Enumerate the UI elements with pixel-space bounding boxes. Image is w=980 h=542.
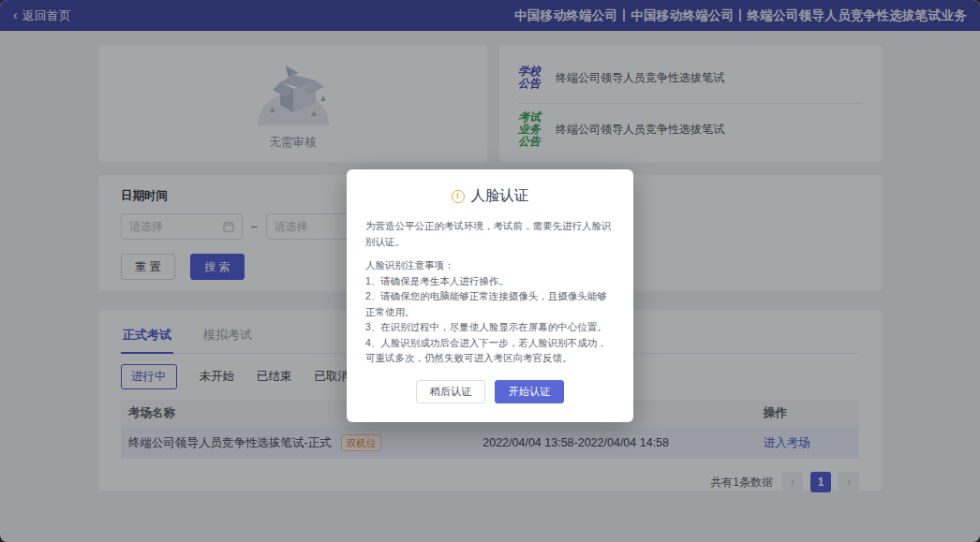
- dialog-title: 人脸认证: [471, 186, 529, 206]
- warning-info-icon: !: [452, 190, 465, 203]
- dialog-note-3: 3、在识别过程中，尽量使人脸显示在屏幕的中心位置。: [365, 319, 615, 335]
- face-auth-dialog: ! 人脸认证 为营造公平公正的考试环境，考试前，需要先进行人脸识别认证。 人脸识…: [347, 169, 633, 422]
- dialog-intro-text: 为营造公平公正的考试环境，考试前，需要先进行人脸识别认证。: [365, 218, 615, 249]
- dialog-note-1: 1、请确保是考生本人进行操作。: [365, 273, 615, 289]
- dialog-notes-title: 人脸识别注意事项：: [365, 257, 615, 273]
- app-window: ‹ 返回首页 中国移动终端公司丨中国移动终端公司丨终端公司领导人员竞争性选拔笔试…: [0, 0, 980, 542]
- auth-later-button[interactable]: 稍后认证: [416, 380, 485, 403]
- auth-start-button[interactable]: 开始认证: [495, 380, 564, 403]
- dialog-note-4: 4、人脸识别成功后会进入下一步，若人脸识别不成功，可重试多次，仍然失败可进入考区…: [365, 335, 615, 366]
- dialog-note-2: 2、请确保您的电脑能够正常连接摄像头，且摄像头能够正常使用。: [365, 288, 615, 319]
